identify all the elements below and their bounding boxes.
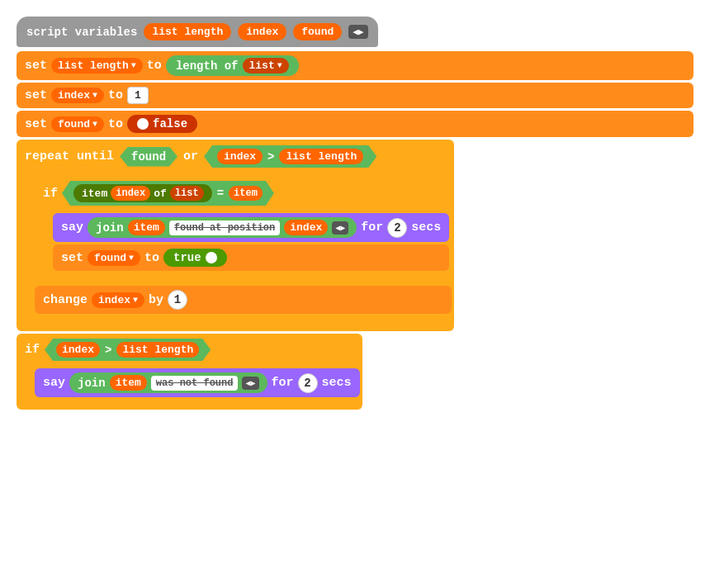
gt-condition-hex: index > list length <box>204 145 376 168</box>
if-block-outer: if index > list length say join item was… <box>17 334 362 410</box>
say-join-block: say join item found at position index ◀▶… <box>53 213 449 242</box>
repeat-kw: repeat until <box>25 149 114 164</box>
index-pill-say[interactable]: index <box>284 220 328 235</box>
index-pill-if2[interactable]: index <box>56 342 100 358</box>
change-index-block: change index ▼ by 1 <box>35 286 452 314</box>
set1-to: to <box>147 59 162 73</box>
set2-kw: set <box>25 88 47 102</box>
if2-kw: if <box>25 343 40 357</box>
if-kw: if <box>43 187 58 201</box>
var1-pill[interactable]: list length <box>144 23 231 40</box>
expand-icon-say[interactable]: ◀▶ <box>332 221 348 235</box>
secs2-label: secs <box>322 376 352 390</box>
script-variables-label: script variables <box>26 26 137 39</box>
set-found-true-block: set found ▼ to true <box>53 244 449 271</box>
secs-label: secs <box>411 220 441 235</box>
set2-value[interactable]: 1 <box>127 87 149 104</box>
expand-icon-say2[interactable]: ◀▶ <box>242 377 258 390</box>
found-at-position-text[interactable]: found at position <box>169 220 280 235</box>
set-found-block: set found ▼ to false <box>17 111 693 137</box>
set2-var[interactable]: index ▼ <box>51 88 104 103</box>
item2-pill-if[interactable]: item <box>229 186 263 201</box>
if-header-inner: if item index of list = item <box>35 176 452 211</box>
repeat-body: if item index of list = item <box>17 173 454 320</box>
set2-to: to <box>108 88 123 102</box>
join-reporter2: join item was not found ◀▶ <box>69 372 267 393</box>
by-kw: by <box>149 293 163 307</box>
if-block-inner: if item index of list = item <box>35 176 452 283</box>
index-pill-if[interactable]: index <box>111 186 150 201</box>
item-pill-say[interactable]: item <box>128 220 165 235</box>
var2-pill[interactable]: index <box>238 23 286 40</box>
was-not-found-text[interactable]: was not found <box>151 376 239 391</box>
set3-var[interactable]: found ▼ <box>51 116 104 132</box>
change-value[interactable]: 1 <box>168 290 187 310</box>
scratch-program: script variables list length index found… <box>0 0 710 426</box>
script-variables-block: script variables list length index found… <box>17 17 378 47</box>
say2-kw: say <box>43 376 65 390</box>
if-footer-outer <box>17 400 362 410</box>
false-circle <box>137 118 149 130</box>
set-index-block: set index ▼ to 1 <box>17 83 693 108</box>
repeat-footer <box>17 320 454 331</box>
join-reporter: join item found at position index ◀▶ <box>88 217 357 238</box>
for2-kw: for <box>272 376 294 390</box>
if-footer-inner <box>35 273 452 283</box>
true-circle <box>206 252 217 263</box>
say-kw: say <box>61 220 83 235</box>
item-of-list-reporter: item index of list <box>73 184 212 202</box>
index-pill-repeat: index <box>217 149 263 164</box>
set-kw: set <box>25 59 47 73</box>
change-kw: change <box>43 293 88 307</box>
secs2-value[interactable]: 2 <box>298 373 318 393</box>
listlength-pill-repeat: list length <box>279 149 363 164</box>
true-bool-pill: true <box>163 249 227 267</box>
found-var-pill-true[interactable]: found ▼ <box>88 250 140 266</box>
set-found-true-to: to <box>144 251 159 265</box>
repeat-until-block: repeat until found or index > list lengt… <box>17 140 454 331</box>
listlength-pill-if2[interactable]: list length <box>116 342 199 358</box>
length-of-list-pill: length of list ▼ <box>166 55 299 76</box>
index-var-change[interactable]: index ▼ <box>92 292 144 308</box>
index-gt-listlength-hex: index > list length <box>45 339 211 361</box>
if-body-inner: say join item found at position index ◀▶… <box>35 211 452 273</box>
item-eq-hex: item index of list = item <box>62 181 274 206</box>
if-header-outer: if index > list length <box>17 334 362 366</box>
repeat-header: repeat until found or index > list lengt… <box>17 140 454 173</box>
for-kw: for <box>361 220 383 235</box>
false-bool-pill: false <box>127 115 197 133</box>
set-found-true-kw: set <box>61 251 83 265</box>
item-pill-say2[interactable]: item <box>110 375 147 391</box>
secs-value[interactable]: 2 <box>387 218 407 238</box>
say-join-block2: say join item was not found ◀▶ for 2 sec… <box>35 368 360 397</box>
expand-icon[interactable]: ◀▶ <box>348 25 367 39</box>
found-hex: found <box>120 147 178 167</box>
list-pill[interactable]: list ▼ <box>243 58 289 74</box>
list-pill-if[interactable]: list <box>170 186 204 201</box>
or-label: or <box>183 149 198 164</box>
set1-var[interactable]: list length ▼ <box>51 58 143 74</box>
set3-kw: set <box>25 117 47 131</box>
set-listlength-block: set list length ▼ to length of list ▼ <box>17 51 693 80</box>
set3-to: to <box>108 117 123 131</box>
var3-pill[interactable]: found <box>293 23 342 40</box>
if-body-outer: say join item was not found ◀▶ for 2 sec… <box>17 366 362 400</box>
